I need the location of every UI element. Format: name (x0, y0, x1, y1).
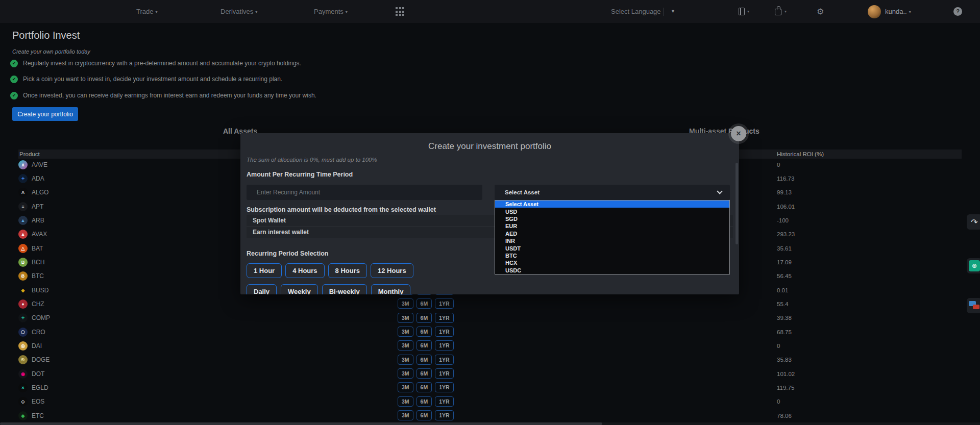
roi-value: 99.13 (777, 189, 792, 195)
period-bi-weekly-button[interactable]: Bi-weekly (322, 284, 367, 294)
roi-period-6m-button[interactable]: 6M (416, 298, 432, 309)
username-menu[interactable]: kunda..▾ (885, 0, 911, 23)
orders-icon[interactable] (739, 8, 745, 15)
nav-menu-payments[interactable]: Payments▾ (314, 0, 348, 23)
settings-gear-icon[interactable]: ⚙ (817, 0, 824, 23)
check-icon: ✔ (10, 76, 18, 83)
doge-coin-icon: Ð (18, 355, 28, 364)
roi-period-3m-button[interactable]: 3M (398, 355, 413, 365)
roi-period-buttons: 3M6M1YR (398, 410, 454, 420)
period-4-hours-button[interactable]: 4 Hours (285, 263, 324, 278)
period-weekly-button[interactable]: Weekly (281, 284, 318, 294)
asset-option-eur[interactable]: EUR (495, 222, 729, 230)
table-row: ×EGLD3M6M1YR119.75 (18, 381, 962, 394)
modal-scrollbar[interactable] (736, 163, 738, 244)
table-row: ♦CHZ3M6M1YR55.4 (18, 297, 962, 311)
chat-bubbles-icon (969, 300, 980, 311)
roi-period-6m-button[interactable]: 6M (416, 368, 432, 379)
chevron-down-icon: ▾ (909, 10, 911, 14)
roi-value: 116.73 (777, 176, 794, 182)
language-selector[interactable]: Select Language (611, 0, 661, 23)
roi-period-6m-button[interactable]: 6M (416, 355, 432, 365)
modal-close-button[interactable]: × (731, 126, 746, 141)
wallet-icon[interactable] (775, 9, 781, 15)
apps-grid-icon[interactable] (396, 7, 405, 16)
period-daily-button[interactable]: Daily (247, 284, 277, 294)
roi-period-1yr-button[interactable]: 1YR (435, 298, 453, 309)
create-portfolio-button[interactable]: Create your portfolio (12, 107, 78, 121)
roi-value: 106.01 (777, 204, 795, 210)
period-12-hours-button[interactable]: 12 Hours (371, 263, 413, 278)
roi-period-1yr-button[interactable]: 1YR (435, 368, 453, 379)
assistant-extension-button[interactable]: ⊛ (967, 258, 980, 273)
chevron-down-icon: ▾ (785, 0, 787, 23)
asset-option-select-asset[interactable]: Select Asset (495, 201, 729, 208)
portfolio-invest-page: Trade▾ Derivatives▾ Payments▾ Select Lan… (0, 0, 980, 425)
roi-period-6m-button[interactable]: 6M (416, 382, 432, 392)
roi-period-6m-button[interactable]: 6M (416, 340, 432, 351)
roi-period-3m-button[interactable]: 3M (398, 313, 413, 323)
roi-value: 55.4 (777, 301, 788, 307)
wallet-note: Subscription amount will be deducted fro… (247, 206, 436, 213)
chat-extension-button[interactable] (967, 298, 980, 313)
asset-option-btc[interactable]: BTC (495, 252, 729, 259)
nav-menu-trade[interactable]: Trade▾ (136, 0, 158, 23)
top-navbar: Trade▾ Derivatives▾ Payments▾ Select Lan… (0, 0, 980, 23)
roi-period-6m-button[interactable]: 6M (416, 410, 432, 420)
coin-symbol: BTC (32, 272, 44, 280)
roi-period-3m-button[interactable]: 3M (398, 368, 413, 379)
table-row: ◉DOT3M6M1YR101.02 (18, 367, 962, 381)
roi-period-6m-button[interactable]: 6M (416, 327, 432, 337)
asset-option-inr[interactable]: INR (495, 237, 729, 244)
asset-option-hcx[interactable]: HCX (495, 259, 729, 266)
roi-period-3m-button[interactable]: 3M (398, 327, 413, 337)
coin-symbol: COMP (32, 314, 50, 321)
coin-symbol: BCH (32, 259, 44, 266)
aave-coin-icon: ∧ (18, 160, 28, 169)
roi-period-3m-button[interactable]: 3M (398, 410, 413, 420)
roi-period-3m-button[interactable]: 3M (398, 298, 413, 309)
language-dropdown-icon[interactable]: ▼ (671, 0, 675, 23)
roi-period-1yr-button[interactable]: 1YR (435, 355, 453, 365)
coin-symbol: BAT (32, 245, 43, 252)
asset-option-sgd[interactable]: SGD (495, 215, 729, 222)
roi-period-1yr-button[interactable]: 1YR (435, 396, 453, 407)
roi-value: 35.61 (777, 245, 792, 252)
chevron-down-icon: ▾ (255, 10, 257, 14)
coin-symbol: AAVE (32, 161, 47, 168)
asset-option-usdc[interactable]: USDC (495, 267, 729, 274)
roi-period-buttons: 3M6M1YR (398, 368, 454, 379)
chz-coin-icon: ♦ (18, 299, 28, 309)
coin-symbol: ARB (32, 217, 44, 224)
roi-period-3m-button[interactable]: 3M (398, 340, 413, 351)
asset-option-usd[interactable]: USD (495, 208, 729, 215)
roi-period-1yr-button[interactable]: 1YR (435, 410, 453, 420)
asset-option-usdt[interactable]: USDT (495, 244, 729, 252)
period-monthly-button[interactable]: Monthly (371, 284, 411, 294)
roi-period-6m-button[interactable]: 6M (416, 396, 432, 407)
roi-period-buttons: 3M6M1YR (398, 298, 454, 309)
roi-period-3m-button[interactable]: 3M (398, 382, 413, 392)
roi-period-1yr-button[interactable]: 1YR (435, 313, 453, 323)
roi-period-1yr-button[interactable]: 1YR (435, 382, 453, 392)
roi-period-3m-button[interactable]: 3M (398, 396, 413, 407)
page-subtitle: Create your own portfolio today (12, 48, 90, 55)
roi-period-buttons: 3M6M1YR (398, 382, 454, 392)
period-1-hour-button[interactable]: 1 Hour (247, 263, 282, 278)
asset-option-aed[interactable]: AED (495, 230, 729, 237)
share-extension-button[interactable]: ↷ (967, 214, 980, 230)
recurring-amount-input[interactable] (247, 185, 482, 200)
roi-period-1yr-button[interactable]: 1YR (435, 327, 453, 337)
period-8-hours-button[interactable]: 8 Hours (328, 263, 367, 278)
roi-value: -100 (777, 217, 789, 223)
roi-period-1yr-button[interactable]: 1YR (435, 340, 453, 351)
asset-select[interactable]: Select Asset (495, 185, 730, 200)
share-arrow-icon: ↷ (971, 217, 977, 227)
horizontal-scrollbar-thumb[interactable] (0, 422, 602, 425)
roi-period-6m-button[interactable]: 6M (416, 313, 432, 323)
help-icon[interactable]: ? (953, 7, 962, 16)
bat-coin-icon: △ (18, 244, 28, 253)
user-avatar[interactable] (868, 5, 881, 18)
nav-menu-derivatives[interactable]: Derivatives▾ (220, 0, 257, 23)
ada-coin-icon: ✦ (18, 174, 28, 183)
